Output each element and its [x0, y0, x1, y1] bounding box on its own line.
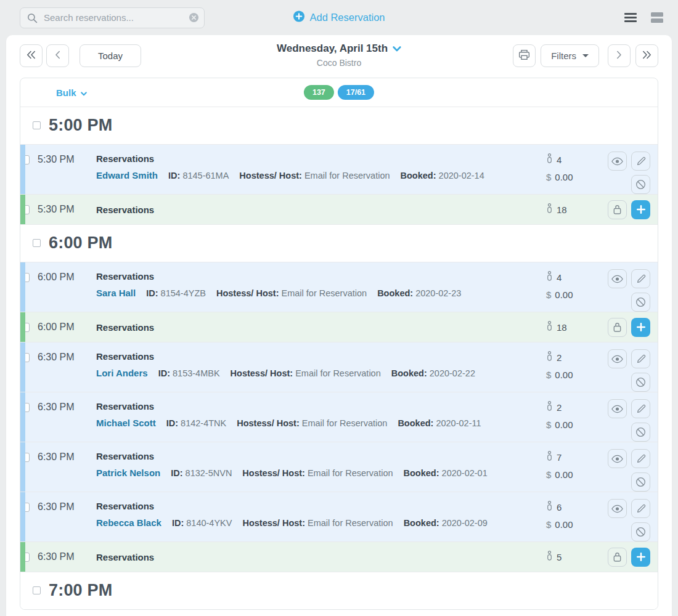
- pencil-icon: [636, 156, 646, 166]
- row-checkbox[interactable]: [20, 503, 30, 512]
- row-checkbox[interactable]: [20, 323, 30, 332]
- booked-field: Booked: 2020-02-09: [404, 518, 488, 528]
- chevrons-left-icon: [27, 51, 36, 61]
- first-page-button[interactable]: [20, 44, 43, 67]
- hamburger-icon: [624, 13, 637, 22]
- reservation-row[interactable]: 6:30 PM Reservations Lori Anders ID: 815…: [20, 342, 658, 392]
- row-checkbox[interactable]: [20, 453, 30, 462]
- row-time: 6:30 PM: [30, 342, 96, 392]
- block-button[interactable]: [631, 423, 650, 442]
- row-time: 5:30 PM: [30, 204, 96, 215]
- id-field: ID: 8154-4YZB: [146, 288, 206, 298]
- reservation-row[interactable]: 6:30 PM Reservations Patrick Nelson ID: …: [20, 442, 658, 492]
- edit-button[interactable]: [631, 152, 650, 171]
- row-checkbox[interactable]: [20, 205, 30, 214]
- print-button[interactable]: [513, 44, 536, 67]
- chevron-right-icon: [616, 51, 622, 61]
- last-page-button[interactable]: [635, 44, 658, 67]
- today-button[interactable]: Today: [80, 44, 141, 67]
- edit-button[interactable]: [631, 499, 650, 518]
- currency-symbol: $: [546, 370, 551, 380]
- search-input[interactable]: [20, 7, 205, 28]
- venue-subtitle: Coco Bistro: [277, 58, 401, 68]
- availability-row[interactable]: 5:30 PM Reservations 18: [20, 194, 658, 224]
- block-button[interactable]: [631, 522, 650, 541]
- booked-label: Booked:: [391, 368, 427, 378]
- amount-value: 0.00: [555, 519, 573, 530]
- block-button[interactable]: [631, 472, 650, 492]
- edit-button[interactable]: [631, 399, 650, 418]
- view-button[interactable]: [608, 152, 627, 171]
- list-view-button[interactable]: [651, 12, 663, 23]
- view-button[interactable]: [608, 349, 627, 368]
- id-value: 8154-4YZB: [161, 288, 206, 298]
- reservation-row[interactable]: 6:30 PM Reservations Rebecca Black ID: 8…: [20, 492, 658, 541]
- reservation-row[interactable]: 5:30 PM Reservations Edward Smith ID: 81…: [20, 144, 658, 194]
- row-checkbox[interactable]: [20, 403, 30, 412]
- lock-button[interactable]: [608, 548, 627, 567]
- row-time: 6:30 PM: [30, 492, 96, 541]
- block-button[interactable]: [631, 373, 650, 392]
- edit-button[interactable]: [631, 349, 650, 368]
- block-button[interactable]: [631, 293, 650, 312]
- person-icon: [546, 351, 553, 364]
- add-slot-button[interactable]: [631, 548, 650, 567]
- row-checkbox[interactable]: [20, 553, 30, 562]
- guest-name-link[interactable]: Patrick Nelson: [96, 468, 160, 478]
- guest-name-link[interactable]: Michael Scott: [96, 418, 156, 428]
- add-slot-button[interactable]: [631, 318, 650, 337]
- next-page-button[interactable]: [608, 44, 631, 67]
- reservation-row[interactable]: 6:30 PM Reservations Michael Scott ID: 8…: [20, 392, 658, 442]
- ban-icon: [635, 297, 646, 307]
- view-button[interactable]: [608, 399, 627, 418]
- currency-symbol: $: [546, 519, 551, 530]
- reservation-row[interactable]: 6:00 PM Reservations Sara Hall ID: 8154-…: [20, 262, 658, 312]
- host-label: Hostess/ Host:: [242, 518, 305, 528]
- host-label: Hostess/ Host:: [242, 468, 305, 478]
- currency-symbol: $: [546, 290, 551, 300]
- row-checkbox[interactable]: [20, 273, 30, 282]
- view-button[interactable]: [608, 449, 627, 468]
- edit-button[interactable]: [631, 449, 650, 468]
- add-reservation-button[interactable]: Add Reservation: [290, 10, 389, 25]
- booked-field: Booked: 2020-02-14: [401, 171, 484, 180]
- view-button[interactable]: [608, 499, 627, 518]
- guest-name-link[interactable]: Rebecca Black: [96, 517, 161, 528]
- id-value: 8142-4TNK: [181, 418, 226, 428]
- prev-page-button[interactable]: [46, 44, 69, 67]
- block-button[interactable]: [631, 175, 650, 194]
- bulk-dropdown[interactable]: Bulk: [52, 87, 91, 99]
- lock-button[interactable]: [608, 318, 627, 337]
- booked-value: 2020-02-22: [430, 368, 475, 378]
- guest-name-link[interactable]: Lori Anders: [96, 368, 148, 378]
- section-checkbox[interactable]: [33, 586, 41, 594]
- row-checkbox[interactable]: [20, 353, 30, 362]
- clear-search-button[interactable]: [189, 12, 199, 23]
- id-field: ID: 8132-5NVN: [171, 468, 232, 478]
- amount-value: 0.00: [555, 469, 573, 480]
- id-value: 8132-5NVN: [186, 468, 232, 478]
- guest-name-link[interactable]: Edward Smith: [96, 170, 158, 180]
- view-button[interactable]: [608, 269, 627, 288]
- section-checkbox[interactable]: [33, 121, 41, 129]
- amount-value: 0.00: [555, 419, 573, 430]
- bulk-label: Bulk: [56, 87, 76, 98]
- chevron-down-icon: [393, 43, 401, 55]
- availability-row[interactable]: 6:30 PM Reservations 5: [20, 541, 658, 572]
- lock-button[interactable]: [608, 200, 627, 219]
- menu-button[interactable]: [624, 13, 637, 22]
- edit-button[interactable]: [631, 269, 650, 288]
- guest-count: 2: [557, 352, 562, 363]
- ban-icon: [635, 527, 646, 537]
- row-checkbox[interactable]: [20, 155, 30, 164]
- guest-name-link[interactable]: Sara Hall: [96, 288, 136, 298]
- section-header: 5:00 PM: [20, 107, 658, 144]
- date-dropdown[interactable]: Wednesday, April 15th: [277, 43, 401, 55]
- filters-button[interactable]: Filters: [541, 44, 599, 67]
- availability-row[interactable]: 6:00 PM Reservations 18: [20, 312, 658, 342]
- amount-value: 0.00: [555, 290, 573, 300]
- add-slot-button[interactable]: [631, 200, 650, 219]
- section-checkbox[interactable]: [33, 239, 41, 247]
- plus-icon: [637, 323, 645, 331]
- id-field: ID: 8140-4YKV: [172, 518, 232, 528]
